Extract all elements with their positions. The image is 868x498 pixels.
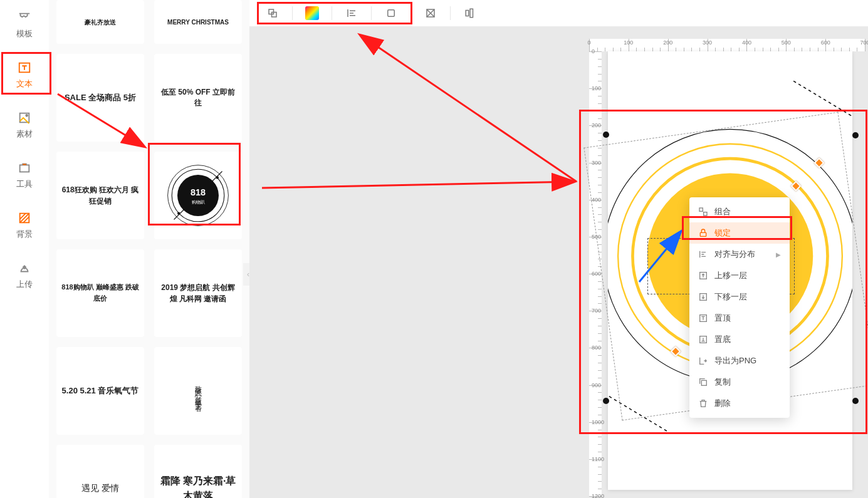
sidebar-label: 模板: [16, 28, 33, 39]
ctx-export-png[interactable]: 导出为PNG: [689, 350, 790, 371]
gallery-thumb[interactable]: 遇见 爱情: [56, 445, 144, 498]
tools-icon: [16, 161, 33, 175]
selection-handle[interactable]: [603, 132, 609, 138]
text-icon: [16, 61, 33, 75]
layer-up-icon: [698, 271, 708, 281]
gallery-thumb[interactable]: 致敬匠心 致敬手艺者: [154, 347, 242, 435]
svg-rect-30: [704, 212, 707, 215]
svg-rect-31: [700, 232, 706, 236]
group-icon: [698, 207, 708, 217]
upload-icon: [16, 261, 33, 275]
delete-icon: [698, 398, 708, 408]
gallery-thumb[interactable]: 霜降 寒乃来霜·草木黄落: [154, 445, 242, 498]
material-icon: [16, 111, 33, 125]
gallery-thumb[interactable]: 低至 50% OFF 立即前往: [154, 54, 242, 142]
svg-point-2: [26, 115, 28, 117]
ctx-delete[interactable]: 删除: [689, 393, 790, 414]
ctx-layer-down[interactable]: 下移一层: [689, 286, 790, 308]
rect-tool[interactable]: [380, 3, 402, 23]
swatch-tool[interactable]: [301, 3, 323, 23]
align-tool[interactable]: [341, 3, 362, 23]
copy-icon: [698, 377, 708, 387]
lock-icon: [698, 228, 708, 238]
svg-line-14: [212, 172, 222, 182]
proportion-tool[interactable]: [420, 3, 441, 23]
svg-rect-36: [701, 380, 706, 385]
gallery-thumb[interactable]: 2019 梦想启航 共创辉煌 凡科网 邀请函: [154, 249, 242, 337]
left-sidebar: 模板 文本 素材 工具 背景 上传: [0, 0, 49, 498]
vertical-ruler: 0100200300400500600700800900100011001200: [589, 51, 602, 496]
chevron-right-icon: ▶: [776, 251, 781, 258]
context-menu: 组合 锁定 对齐与分布▶ 上移一层 下移一层 置顶 置底 导出为PNG 复制 删…: [689, 197, 790, 418]
svg-rect-4: [23, 164, 26, 165]
svg-line-13: [174, 209, 185, 220]
send-back-icon: [698, 335, 708, 345]
svg-text:818: 818: [191, 187, 206, 197]
sidebar-label: 工具: [16, 179, 33, 190]
gallery-thumb[interactable]: 618狂欢购 狂欢六月 疯狂促销: [56, 152, 144, 239]
ctx-bring-front[interactable]: 置顶: [689, 308, 790, 329]
sidebar-item-upload[interactable]: 上传: [0, 251, 49, 301]
horizontal-ruler: 0100200300400500600700: [589, 39, 865, 51]
top-toolbar: [249, 0, 868, 26]
ctx-lock[interactable]: 锁定: [689, 222, 790, 244]
sidebar-item-template[interactable]: 模板: [0, 0, 49, 50]
background-icon: [16, 211, 33, 225]
svg-text:购物趴: 购物趴: [192, 200, 205, 205]
sidebar-item-text[interactable]: 文本: [0, 50, 49, 100]
gallery-thumb-highlighted[interactable]: 818 购物趴: [154, 152, 242, 239]
export-icon: [698, 356, 708, 366]
sidebar-item-background[interactable]: 背景: [0, 200, 49, 251]
sidebar-item-material[interactable]: 素材: [0, 100, 49, 150]
gallery-grid: 豪礼齐放送 MERRY CHRISTMAS SALE 全场商品 5折 低至 50…: [56, 0, 242, 498]
svg-rect-19: [466, 11, 469, 16]
align-icon: [698, 249, 708, 259]
ctx-send-back[interactable]: 置底: [689, 329, 790, 350]
distribute-tool[interactable]: [459, 3, 481, 23]
sidebar-label: 上传: [16, 279, 33, 290]
layer-tool[interactable]: [262, 3, 283, 23]
ctx-copy[interactable]: 复制: [689, 371, 790, 393]
thumb-graphic: 818 购物趴: [164, 161, 233, 230]
gallery-thumb[interactable]: 818购物趴 巅峰盛惠 跌破底价: [56, 249, 144, 337]
svg-rect-17: [388, 10, 395, 17]
selection-handle[interactable]: [852, 398, 859, 404]
sidebar-label: 素材: [16, 128, 33, 140]
sidebar-label: 背景: [16, 229, 33, 240]
ctx-group[interactable]: 组合: [689, 201, 790, 222]
gallery-thumb[interactable]: MERRY CHRISTMAS: [154, 0, 242, 44]
svg-rect-3: [20, 165, 29, 172]
gallery-thumb[interactable]: 豪礼齐放送: [56, 0, 144, 44]
gallery-thumb[interactable]: SALE 全场商品 5折: [56, 54, 144, 142]
sidebar-label: 文本: [16, 78, 33, 90]
svg-rect-20: [470, 9, 473, 18]
bring-front-icon: [698, 313, 708, 323]
gallery-thumb[interactable]: 5.20 5.21 音乐氧气节: [56, 347, 144, 435]
sidebar-item-tools[interactable]: 工具: [0, 150, 49, 200]
ctx-align[interactable]: 对齐与分布▶: [689, 244, 790, 265]
svg-rect-29: [699, 208, 703, 211]
text-gallery[interactable]: 豪礼齐放送 MERRY CHRISTMAS SALE 全场商品 5折 低至 50…: [49, 0, 249, 498]
layer-down-icon: [698, 292, 708, 302]
template-icon: [16, 11, 33, 24]
selection-handle[interactable]: [852, 132, 859, 138]
color-swatch: [305, 6, 319, 20]
ctx-layer-up[interactable]: 上移一层: [689, 265, 790, 286]
selection-handle[interactable]: [603, 398, 609, 404]
